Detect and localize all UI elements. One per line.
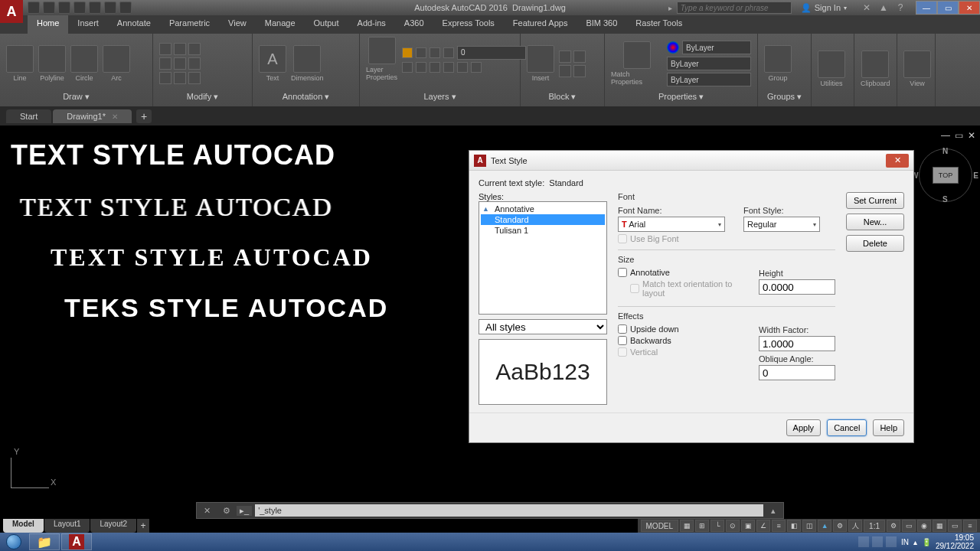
properties-panel-label[interactable]: Properties ▾	[611, 90, 751, 103]
font-name-dropdown[interactable]: T Arial▾	[618, 217, 725, 232]
text-tool[interactable]: AText	[259, 45, 286, 82]
layout-tab-layout2[interactable]: Layout2	[90, 519, 136, 533]
qat-undo-icon[interactable]	[104, 2, 116, 14]
lineweight-dropdown[interactable]: ByLayer	[667, 73, 751, 86]
tab-insert[interactable]: Insert	[68, 15, 108, 34]
block-panel-label[interactable]: Block ▾	[527, 90, 598, 103]
canvas-minimize-icon[interactable]: —	[941, 130, 950, 141]
tray-battery-icon[interactable]: 🔋	[922, 538, 931, 546]
utilities-tool[interactable]: Utilities	[818, 51, 845, 87]
clipboard-tool[interactable]: Clipboard	[861, 51, 890, 87]
match-properties-tool[interactable]: Match Properties	[611, 41, 662, 86]
delete-button[interactable]: Delete	[846, 235, 904, 252]
style-item-annotative[interactable]: ▲Annotative	[481, 204, 605, 214]
exchange-icon[interactable]: ✕	[861, 2, 873, 14]
tray-network-icon[interactable]	[872, 536, 883, 547]
taskbar-explorer[interactable]: 📁	[29, 533, 60, 550]
style-item-tulisan1[interactable]: Tulisan 1	[481, 225, 605, 236]
arc-tool[interactable]: Arc	[103, 45, 130, 82]
height-input[interactable]	[759, 279, 835, 295]
line-tool[interactable]: Line	[6, 45, 34, 82]
search-input[interactable]	[677, 2, 792, 14]
style-item-standard[interactable]: Standard	[481, 214, 605, 225]
taskbar-autocad[interactable]: A	[61, 533, 92, 550]
tab-a360[interactable]: A360	[395, 15, 433, 34]
workspace-switch-icon[interactable]: ⚙	[887, 520, 900, 532]
cmd-config-icon[interactable]: ⚙	[220, 504, 234, 517]
new-button[interactable]: New...	[846, 214, 904, 230]
snap-toggle-icon[interactable]: ⊞	[695, 520, 709, 532]
polar-toggle-icon[interactable]: ⊙	[726, 520, 740, 532]
group-tool[interactable]: Group	[764, 45, 792, 82]
tab-home[interactable]: Home	[28, 15, 68, 34]
tab-bim360[interactable]: BIM 360	[577, 15, 626, 34]
annotation-scale[interactable]: 1:1	[864, 520, 885, 532]
tray-language[interactable]: IN	[901, 538, 909, 546]
modify-tools[interactable]	[159, 43, 201, 84]
qat-saveas-icon[interactable]	[74, 2, 86, 14]
help-button[interactable]: Help	[873, 419, 904, 436]
groups-panel-label[interactable]: Groups ▾	[764, 90, 805, 103]
modify-panel-label[interactable]: Modify ▾	[159, 90, 246, 103]
qat-redo-icon[interactable]	[119, 2, 132, 14]
polyline-tool[interactable]: Polyline	[38, 45, 66, 82]
window-close-button[interactable]: ✕	[959, 1, 980, 15]
workspace-icon[interactable]: 人	[848, 520, 862, 532]
app-menu-button[interactable]: A	[0, 0, 23, 23]
viewcube-top[interactable]: TOP	[933, 167, 959, 184]
canvas-restore-icon[interactable]: ▭	[955, 130, 963, 141]
tab-featured[interactable]: Featured Apps	[504, 15, 577, 34]
help-icon[interactable]: ?	[894, 2, 906, 14]
start-button[interactable]	[0, 533, 28, 551]
view-panel-tool[interactable]: View	[903, 51, 931, 87]
insert-block-tool[interactable]: Insert	[527, 45, 554, 82]
doc-tab-start[interactable]: Start	[6, 109, 51, 123]
style-filter-dropdown[interactable]: All styles	[479, 319, 607, 334]
transparency-toggle-icon[interactable]: ◧	[787, 520, 801, 532]
tab-express[interactable]: Express Tools	[433, 15, 504, 34]
add-layout-button[interactable]: +	[137, 519, 149, 533]
monitor-icon[interactable]: ▭	[902, 520, 916, 532]
layer-dropdown[interactable]: 0	[457, 46, 526, 60]
grid-toggle-icon[interactable]: ▦	[680, 520, 694, 532]
width-factor-input[interactable]	[759, 336, 835, 351]
layout-tab-layout1[interactable]: Layout1	[44, 519, 90, 533]
layers-panel-label[interactable]: Layers ▾	[366, 90, 514, 103]
cloud-icon[interactable]: ▲	[877, 2, 890, 14]
annotative-checkbox[interactable]: Annotative	[618, 268, 740, 277]
window-minimize-button[interactable]: —	[916, 1, 937, 15]
annoscale-icon[interactable]: ⚙	[833, 520, 847, 532]
backwards-checkbox[interactable]: Backwards	[618, 336, 740, 345]
font-style-dropdown[interactable]: Regular▾	[743, 217, 820, 232]
otrack-toggle-icon[interactable]: ∠	[756, 520, 770, 532]
tray-volume-icon[interactable]	[886, 536, 897, 547]
dialog-close-button[interactable]: ✕	[886, 154, 909, 168]
qat-save-icon[interactable]	[58, 2, 70, 14]
color-swatch-icon[interactable]	[667, 41, 679, 54]
set-current-button[interactable]: Set Current	[846, 192, 904, 209]
command-line[interactable]: ✕ ⚙ ▸_ '_style ▴	[196, 502, 784, 519]
hardware-icon[interactable]: ◉	[917, 520, 931, 532]
tab-output[interactable]: Output	[305, 15, 348, 34]
close-icon[interactable]: ✕	[112, 112, 118, 121]
tab-manage[interactable]: Manage	[256, 15, 305, 34]
apply-button[interactable]: Apply	[786, 419, 822, 436]
annotation-icon[interactable]: ▲	[818, 520, 831, 532]
cancel-button[interactable]: Cancel	[827, 419, 867, 436]
cleanscreen-icon[interactable]: ▭	[948, 520, 962, 532]
cycling-toggle-icon[interactable]: ◫	[802, 520, 816, 532]
tab-view[interactable]: View	[219, 15, 256, 34]
tab-addins[interactable]: Add-ins	[348, 15, 395, 34]
taskbar-clock[interactable]: 19:05 29/12/2022	[936, 533, 974, 550]
viewcube[interactable]: TOP N E S W	[919, 148, 972, 202]
styles-listbox[interactable]: ▲Annotative Standard Tulisan 1	[479, 201, 607, 315]
signin-button[interactable]: 👤 Sign In ▾	[796, 3, 851, 13]
command-input[interactable]: '_style	[255, 504, 763, 517]
window-maximize-button[interactable]: ▭	[937, 1, 959, 15]
ortho-toggle-icon[interactable]: └	[710, 520, 724, 532]
upside-down-checkbox[interactable]: Upside down	[618, 324, 740, 334]
add-tab-button[interactable]: +	[136, 109, 152, 123]
status-model[interactable]: MODEL	[641, 520, 679, 532]
dialog-titlebar[interactable]: A Text Style ✕	[469, 151, 913, 171]
annotation-panel-label[interactable]: Annotation ▾	[259, 90, 353, 103]
